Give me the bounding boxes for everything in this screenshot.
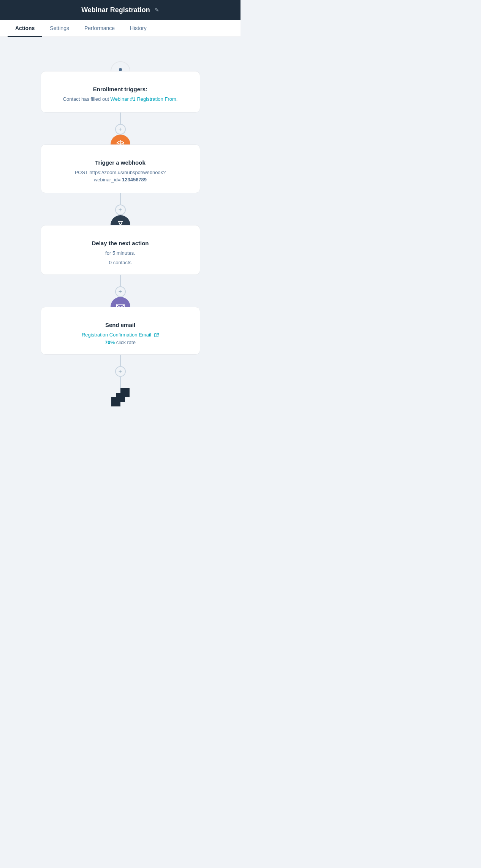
tab-history[interactable]: History: [122, 20, 154, 36]
webhook-id: 123456789: [122, 177, 147, 182]
end-connector: [120, 377, 121, 388]
checker-cell: [111, 388, 116, 393]
add-button-4[interactable]: +: [115, 366, 126, 377]
edit-icon[interactable]: ✎: [155, 7, 159, 13]
click-rate-percent: 70%: [105, 340, 115, 345]
checker-cell: [125, 397, 130, 402]
connector-1: [120, 113, 121, 124]
checker-cell: [116, 402, 120, 406]
delay-contacts: 0 contacts: [53, 260, 188, 265]
click-rate-text: click rate: [115, 340, 136, 345]
webhook-title: Trigger a webhook: [53, 159, 188, 166]
enrollment-text-before: Contact has filled out: [63, 96, 111, 102]
checker-cell: [120, 388, 125, 393]
svg-point-0: [119, 68, 122, 71]
checker-cell: [120, 402, 125, 406]
checker-cell: [111, 397, 116, 402]
checker-cell: [125, 388, 130, 393]
connector-3: [120, 275, 121, 286]
enrollment-trigger-content: Enrollment triggers: Contact has filled …: [41, 71, 200, 113]
email-name-link[interactable]: Registration Confirmation Email: [82, 332, 151, 338]
send-email-card: Send email Registration Confirmation Ema…: [41, 307, 200, 355]
enrollment-text: Contact has filled out Webinar #1 Regist…: [53, 95, 188, 103]
checker-cell: [125, 402, 130, 406]
tab-actions[interactable]: Actions: [8, 20, 42, 36]
webhook-line1: POST https://zoom.us/hubspot/webhook?: [53, 169, 188, 176]
delay-duration: for 5 minutes.: [53, 249, 188, 257]
checker-cell: [111, 393, 116, 397]
connector-2: [120, 193, 121, 205]
email-link-wrapper: Registration Confirmation Email: [53, 331, 188, 338]
send-email-content: Send email Registration Confirmation Ema…: [41, 307, 200, 355]
send-email-title: Send email: [53, 322, 188, 328]
enrollment-link[interactable]: Webinar #1 Registration From: [111, 96, 176, 102]
tab-performance[interactable]: Performance: [77, 20, 122, 36]
checker-cell: [125, 393, 130, 397]
delay-content: Delay the next action for 5 minutes. 0 c…: [41, 225, 200, 275]
webhook-card: Trigger a webhook POST https://zoom.us/h…: [41, 144, 200, 193]
add-button-1[interactable]: +: [115, 124, 126, 135]
tab-settings[interactable]: Settings: [42, 20, 77, 36]
enrollment-text-after: .: [176, 96, 178, 102]
email-click-rate: 70% click rate: [53, 340, 188, 345]
enrollment-title: Enrollment triggers:: [53, 86, 188, 92]
workflow-title: Webinar Registration: [81, 6, 150, 14]
tab-bar: Actions Settings Performance History: [0, 20, 240, 37]
external-link-icon: [154, 333, 159, 337]
connector-4: [120, 355, 121, 366]
workflow-end-marker: [111, 388, 130, 406]
webhook-content: Trigger a webhook POST https://zoom.us/h…: [41, 144, 200, 193]
delay-title: Delay the next action: [53, 240, 188, 246]
enrollment-trigger-card: Enrollment triggers: Contact has filled …: [41, 71, 200, 113]
checker-cell: [116, 393, 120, 397]
checker-cell: [111, 402, 116, 406]
checker-cell: [116, 397, 120, 402]
webhook-line2: webinar_id= 123456789: [53, 176, 188, 184]
checker-cell: [120, 397, 125, 402]
add-button-3[interactable]: +: [115, 286, 126, 297]
checker-cell: [116, 388, 120, 393]
add-button-2[interactable]: +: [115, 205, 126, 215]
workflow-canvas: Enrollment triggers: Contact has filled …: [0, 37, 240, 422]
checker-cell: [120, 393, 125, 397]
delay-card: Delay the next action for 5 minutes. 0 c…: [41, 225, 200, 275]
app-header: Webinar Registration ✎: [0, 0, 240, 20]
